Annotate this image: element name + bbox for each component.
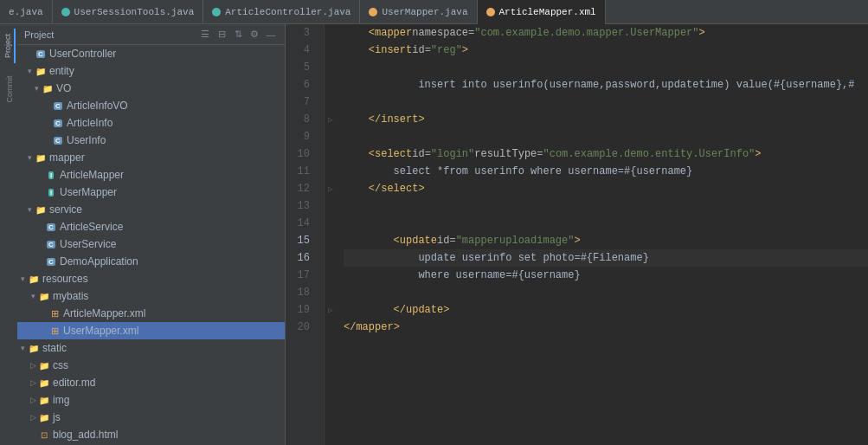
tree-item-service[interactable]: ▾ 📁 service [17,201,285,218]
tree-item-usercontroller[interactable]: C UserController [17,45,285,62]
fold-18 [325,284,337,301]
xml-icon: ⊞ [48,325,61,337]
tab-icon-orange [486,8,495,16]
tab-bar: e.java UserSessionTools.java ArticleCont… [0,0,868,24]
tab-articlemapper-xml[interactable]: ArticleMapper.xml [478,0,606,24]
tab-icon-cyan [61,8,70,16]
line-num-18: 18 [286,284,317,301]
code-line-3: <mapper namespace="com.example.demo.mapp… [344,24,868,42]
code-content[interactable]: <mapper namespace="com.example.demo.mapp… [337,24,868,445]
line-num-4: 4 [286,42,317,59]
tab-usersessiontools[interactable]: UserSessionTools.java [53,0,204,24]
class-c-icon: C [35,48,47,60]
commit-label: Commit [4,76,13,103]
tree-item-articlemapper-xml[interactable]: ⊞ ArticleMapper.xml [17,305,285,322]
folder-icon: 📁 [35,203,47,216]
expand-button[interactable]: ⊟ [215,28,228,42]
tree-item-usermapper-xml[interactable]: ⊞ UserMapper.xml [17,322,285,339]
fold-5 [325,59,337,76]
tab-usermapper[interactable]: UserMapper.java [360,0,477,24]
tree-item-usermapper-class[interactable]: I UserMapper [17,184,285,201]
tree-item-articleinfovo[interactable]: C ArticleInfoVO [17,97,285,114]
tree-item-entity[interactable]: ▾ 📁 entity [17,62,285,80]
tab-label: e.java [9,7,43,17]
folder-icon: 📁 [38,411,50,423]
line-num-12: 12 [286,180,317,197]
fold-7 [325,94,337,111]
tree-item-js[interactable]: ▷ 📁 js [17,409,285,426]
folder-icon: 📁 [38,359,50,371]
tree-item-articleservice[interactable]: C ArticleService [17,218,285,235]
line-num-15: 15 [286,232,317,249]
sort-button[interactable]: ⇅ [231,28,245,42]
tab-e-java[interactable]: e.java [0,0,53,24]
tree-item-demoapplication[interactable]: C DemoApplication [17,253,285,270]
fold-11 [325,163,337,180]
fold-14 [325,215,337,232]
class-i-icon: I [45,169,57,181]
tree-item-editormd[interactable]: ▷ 📁 editor.md [17,374,285,391]
tab-icon-cyan [212,8,221,16]
code-line-18 [344,284,868,301]
tree-item-userinfo[interactable]: C UserInfo [17,132,285,149]
tree-item-mybatis[interactable]: ▾ 📁 mybatis [17,287,285,305]
fold-6 [325,76,337,94]
class-c-icon: C [52,134,64,146]
header-icons: ☰ ⊟ ⇅ ⚙ — [198,28,278,42]
fold-12[interactable]: ▷ [325,180,337,197]
code-line-8: </insert> [344,111,868,128]
tree-item-resources[interactable]: ▾ 📁 resources [17,270,285,287]
class-c-icon: C [52,100,64,112]
project-panel-icon[interactable]: Project [2,29,16,63]
xml-icon: ⊞ [48,307,61,319]
tab-label: UserMapper.java [382,7,467,17]
fold-4[interactable] [325,42,337,59]
tree-item-static[interactable]: ▾ 📁 static [17,339,285,357]
code-line-7 [344,94,868,111]
code-line-13 [344,197,868,215]
project-label: Project [3,34,12,58]
code-line-12: </select> [344,180,868,197]
tab-label: ArticleController.java [225,7,350,17]
main-area: Project Commit Project ☰ ⊟ ⇅ ⚙ — C UserC… [0,24,868,445]
tab-label: ArticleMapper.xml [499,7,596,17]
code-editor[interactable]: 3 4 5 6 7 8 9 10 11 12 13 14 15 16 17 18… [286,24,868,445]
folder-icon: 📁 [35,152,47,164]
tree-item-vo[interactable]: ▾ 📁 VO [17,80,285,97]
code-line-4: <insert id="reg"> [344,42,868,59]
settings-button[interactable]: ⚙ [248,28,261,42]
commit-panel-icon[interactable]: Commit [2,72,16,106]
project-tree: Project ☰ ⊟ ⇅ ⚙ — C UserController ▾ 📁 e… [17,24,286,445]
fold-3[interactable] [325,24,337,42]
tree-item-img[interactable]: ▷ 📁 img [17,391,285,409]
tree-item-userservice[interactable]: C UserService [17,235,285,253]
code-line-16: update userinfo set photo=#{Filename} [344,249,868,267]
line-num-20: 20 [286,319,317,336]
line-num-5: 5 [286,59,317,76]
code-line-9 [344,128,868,145]
fold-15[interactable] [325,232,337,249]
fold-9 [325,128,337,145]
minimize-button[interactable]: — [264,28,278,42]
folder-brown-icon: 📁 [28,342,40,354]
fold-10[interactable] [325,145,337,163]
fold-17 [325,267,337,284]
fold-8[interactable]: ▷ [325,111,337,128]
fold-16 [325,249,337,267]
line-num-17: 17 [286,267,317,284]
tab-icon-orange [369,8,377,16]
fold-gutter: ▷ ▷ ▷ [325,24,337,445]
tab-articlecontroller[interactable]: ArticleController.java [203,0,360,24]
tree-item-articleinfo[interactable]: C ArticleInfo [17,114,285,132]
collapse-all-button[interactable]: ☰ [198,28,212,42]
fold-19[interactable]: ▷ [325,301,337,319]
tree-item-articlemapper-class[interactable]: I ArticleMapper [17,166,285,184]
line-num-14: 14 [286,215,317,232]
folder-brown-icon: 📁 [28,273,40,285]
code-line-19: </update> [344,301,868,319]
tree-item-mapper[interactable]: ▾ 📁 mapper [17,149,285,166]
tree-item-blog-add[interactable]: ⊡ blog_add.html [17,426,285,443]
class-c-icon: C [52,117,64,129]
line-num-8: 8 [286,111,317,128]
tree-item-css[interactable]: ▷ 📁 css [17,357,285,374]
